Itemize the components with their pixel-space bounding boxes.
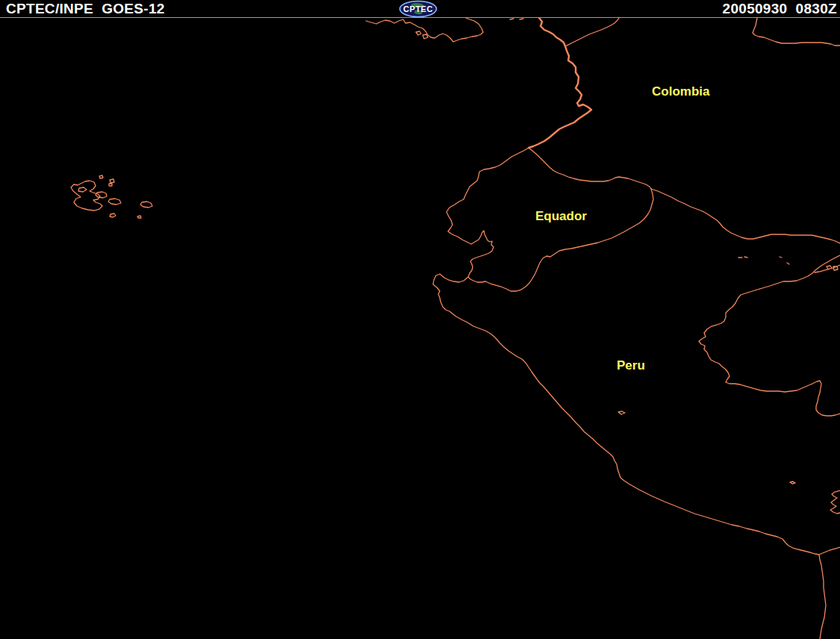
river-tributary [815,265,840,272]
timestamp: 20050930 0830Z [723,1,837,17]
product-title: CPTEC/INPE GOES-12 [6,1,165,17]
galapagos-small-islands [96,175,152,218]
country-label-peru: Peru [617,358,645,373]
satellite-map [0,0,840,639]
coastline-islets [416,19,523,39]
border-colombia-ne [565,18,619,46]
cptec-logo-text: CPTEC [403,4,433,13]
cptec-logo: CPTEC [399,0,438,18]
lake-titicaca [830,490,840,514]
river-caqueta [753,18,840,46]
river-amazon-maranon [699,255,840,416]
coastline-south-branch [819,555,826,639]
border-colombia-ecuador [529,148,651,189]
country-label-colombia: Colombia [652,84,709,99]
galapagos-isabela-island [71,181,102,211]
header-bar: CPTEC/INPE GOES-12 CPTEC 20050930 0830Z [0,0,840,18]
country-label-equador: Equador [535,209,587,224]
satellite-image-viewer: Colombia Equador Peru CPTEC/INPE GOES-12… [0,0,840,639]
river-putumayo [651,189,840,243]
coastline-ecuador-peru [433,148,840,555]
border-ecuador-peru [485,189,653,291]
